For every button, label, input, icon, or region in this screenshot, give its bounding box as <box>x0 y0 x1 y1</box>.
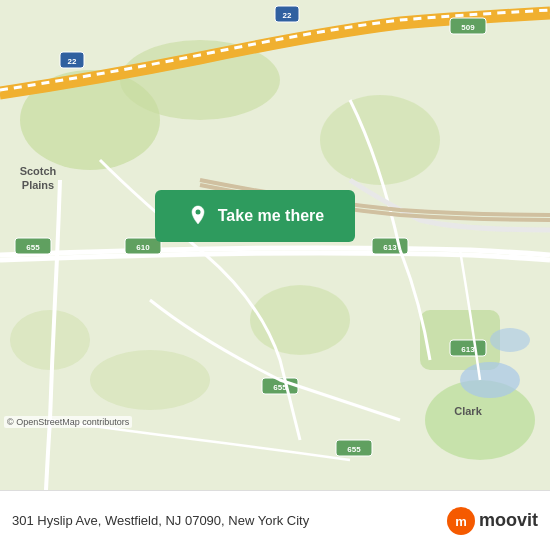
svg-text:22: 22 <box>68 57 77 66</box>
moovit-logo: m moovit <box>447 507 538 535</box>
svg-text:613: 613 <box>383 243 397 252</box>
map-container: 22 22 509 655 610 613 613 655 655 <box>0 0 550 490</box>
bottom-bar: 301 Hyslip Ave, Westfield, NJ 07090, New… <box>0 490 550 550</box>
svg-text:m: m <box>455 514 467 529</box>
svg-text:610: 610 <box>136 243 150 252</box>
svg-text:Scotch: Scotch <box>20 165 57 177</box>
take-me-there-label: Take me there <box>218 207 324 225</box>
moovit-logo-text: moovit <box>479 510 538 531</box>
svg-point-10 <box>490 328 530 352</box>
svg-text:655: 655 <box>26 243 40 252</box>
svg-point-9 <box>460 362 520 398</box>
svg-point-8 <box>10 310 90 370</box>
svg-text:Plains: Plains <box>22 179 54 191</box>
svg-text:509: 509 <box>461 23 475 32</box>
svg-point-32 <box>195 210 200 215</box>
svg-text:Clark: Clark <box>454 405 482 417</box>
svg-point-7 <box>90 350 210 410</box>
moovit-logo-icon: m <box>447 507 475 535</box>
svg-text:22: 22 <box>283 11 292 20</box>
osm-credit: © OpenStreetMap contributors <box>4 416 132 428</box>
address-text: 301 Hyslip Ave, Westfield, NJ 07090, New… <box>12 513 447 528</box>
take-me-there-button[interactable]: Take me there <box>155 190 355 242</box>
svg-point-6 <box>250 285 350 355</box>
location-pin-icon <box>186 204 210 228</box>
svg-text:655: 655 <box>347 445 361 454</box>
svg-text:613: 613 <box>461 345 475 354</box>
